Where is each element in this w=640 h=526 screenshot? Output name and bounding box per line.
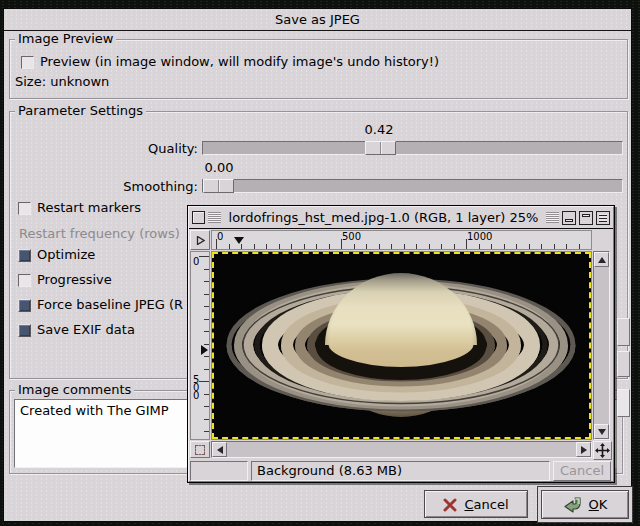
pointer-position-marker [201, 345, 208, 355]
horizontal-scrollbar[interactable] [211, 441, 592, 458]
navigation-pan-button[interactable] [593, 441, 612, 460]
image-comments-frame-label: Image comments [15, 382, 134, 397]
save-exif-checkbox[interactable] [18, 324, 31, 337]
v-ruler-label-0: 0 [193, 256, 199, 267]
image-window-title: lordofrings_hst_med.jpg-1.0 (RGB, 1 laye… [224, 210, 544, 225]
image-comments-text: Created with The GIMP [20, 403, 169, 418]
progressive-label: Progressive [37, 272, 112, 287]
h-ruler-label-500: 500 [342, 231, 361, 242]
pointer-position-marker [234, 237, 244, 244]
layer-info-cell: Background (8.63 MB) [251, 461, 550, 481]
image-window-titlebar[interactable]: lordofrings_hst_med.jpg-1.0 (RGB, 1 laye… [189, 207, 613, 229]
smoothing-slider[interactable] [202, 179, 623, 193]
red-x-icon [443, 497, 458, 512]
layer-boundary [212, 252, 591, 439]
force-baseline-label: Force baseline JPEG (R [37, 297, 183, 312]
restart-markers-label: Restart markers [37, 200, 141, 215]
vertical-scrollbar[interactable] [593, 251, 610, 440]
smoothing-slider-handle[interactable] [203, 179, 234, 193]
unit-cell [190, 461, 248, 481]
scroll-up-button[interactable] [594, 252, 609, 267]
preview-checkbox[interactable] [21, 56, 34, 69]
image-window-statusbar: Background (8.63 MB) Cancel [190, 461, 612, 481]
smoothing-value: 0.00 [197, 160, 241, 175]
maximize-button[interactable] [579, 211, 593, 225]
scroll-left-button[interactable] [212, 442, 227, 457]
ok-button-default-ring: OK [537, 486, 633, 523]
quality-label: Quality: [44, 141, 198, 156]
restart-frequency-label: Restart frequency (rows) [19, 226, 180, 241]
quick-mask-toggle[interactable] [190, 441, 210, 458]
down-arrow-icon [598, 429, 606, 435]
shade-button[interactable] [596, 211, 610, 225]
dialog-title: Save as JPEG [275, 12, 360, 27]
quality-slider[interactable] [202, 141, 623, 155]
image-preview-frame: Image Preview [9, 39, 628, 99]
h-ruler-label-1000: 1000 [467, 231, 492, 242]
image-preview-frame-label: Image Preview [15, 31, 116, 46]
left-arrow-icon [217, 446, 223, 454]
up-arrow-icon [598, 257, 606, 263]
cancel-button[interactable]: Cancel [424, 490, 528, 518]
parameter-settings-frame-label: Parameter Settings [15, 103, 146, 118]
h-ruler-label-0: 0 [217, 231, 223, 242]
quality-value: 0.42 [351, 122, 407, 137]
titlebar-grip[interactable] [546, 212, 559, 223]
ok-button[interactable]: OK [541, 490, 629, 519]
cancel-button-label: Cancel [464, 497, 508, 512]
iconify-button[interactable] [562, 211, 576, 225]
dialog-titlebar[interactable]: Save as JPEG [4, 9, 631, 31]
scroll-right-button[interactable] [576, 442, 591, 457]
desktop: { "dialog": { "title": "Save as JPEG", "… [0, 0, 640, 526]
preview-checkbox-label: Preview (in image window, will modify im… [40, 54, 439, 69]
optimize-label: Optimize [37, 247, 95, 262]
hidden-dropdown-edge [617, 318, 630, 346]
image-menu-button[interactable] [190, 230, 210, 250]
close-box-icon[interactable] [192, 211, 205, 224]
smoothing-label: Smoothing: [44, 179, 198, 194]
image-canvas[interactable] [211, 251, 592, 440]
ok-button-label: OK [589, 497, 608, 512]
quick-mask-icon [195, 445, 205, 455]
green-enter-arrow-icon [563, 496, 583, 513]
optimize-checkbox[interactable] [18, 249, 31, 262]
force-baseline-checkbox[interactable] [18, 299, 31, 312]
v-ruler-label-500: 500 [193, 376, 202, 400]
progressive-checkbox[interactable] [18, 274, 31, 287]
titlebar-grip[interactable] [208, 212, 221, 223]
hidden-dropdown-edge [617, 351, 630, 377]
progress-cancel-button[interactable]: Cancel [553, 461, 611, 481]
gimp-image-window: lordofrings_hst_med.jpg-1.0 (RGB, 1 laye… [187, 205, 615, 483]
size-text: Size: unknown [15, 74, 109, 89]
restart-markers-checkbox[interactable] [18, 202, 31, 215]
image-window-frame: lordofrings_hst_med.jpg-1.0 (RGB, 1 laye… [188, 206, 614, 482]
pan-arrows-icon [595, 443, 610, 458]
hidden-widget-edge [617, 389, 630, 417]
quality-slider-handle[interactable] [365, 141, 396, 155]
vertical-ruler[interactable]: 0 500 [190, 251, 210, 440]
right-arrow-icon [196, 236, 205, 245]
scroll-down-button[interactable] [594, 424, 609, 439]
save-exif-label: Save EXIF data [37, 322, 135, 337]
right-arrow-icon [581, 446, 587, 454]
horizontal-ruler[interactable]: 0 500 1000 [211, 230, 592, 250]
